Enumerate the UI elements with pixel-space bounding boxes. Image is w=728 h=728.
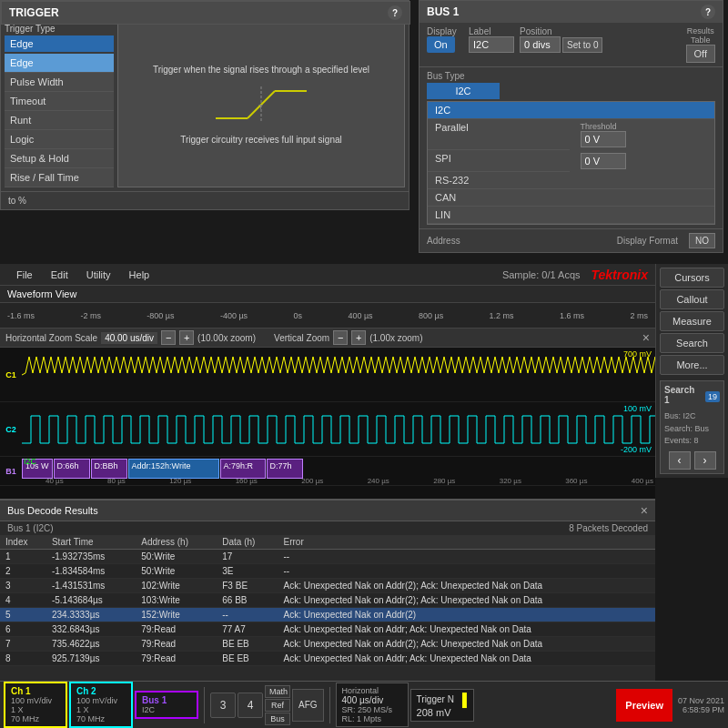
more-button[interactable]: More... <box>660 355 724 375</box>
bus-decode-panel: Bus Decode Results × Bus 1 (I2C) 8 Packe… <box>0 499 655 681</box>
zoom-plus-button[interactable]: + <box>179 330 194 345</box>
trigger-item-runt[interactable]: Runt <box>5 111 114 130</box>
col-address: Address (h) <box>136 535 217 550</box>
bus1-results-table-label: ResultsTable <box>686 26 715 45</box>
trigger-item-timeout[interactable]: Timeout <box>5 92 114 111</box>
col-index: Index <box>0 535 46 550</box>
afg-button[interactable]: AFG <box>292 689 324 722</box>
bus-type-can[interactable]: CAN <box>428 189 714 207</box>
btn4[interactable]: 4 <box>238 693 263 718</box>
trigger-diagram: Trigger when the signal rises through a … <box>117 22 405 187</box>
bus1-label-input[interactable] <box>469 36 514 53</box>
bus-info-row: Bus 1 (I2C) 8 Packets Decoded <box>0 521 655 535</box>
horizontal-box[interactable]: Horizontal 400 µs/div SR: 250 MS/s RL: 1… <box>336 682 409 727</box>
trigger-item-pulsewidth[interactable]: Pulse Width <box>5 73 114 92</box>
bus1-row-id: B1 <box>0 467 22 476</box>
tm-1: -1.6 ms <box>7 311 35 320</box>
table-row[interactable]: 5234.3333µs152:Write--Ack: Unexpected Na… <box>0 608 655 622</box>
trigger-item-edge[interactable]: Edge <box>5 54 114 73</box>
channel2-row: C2 100 mV -200 mV <box>0 402 655 457</box>
menu-utility[interactable]: Utility <box>77 268 120 282</box>
cell-error: Ack: Unexpected Nak on Addr(2); Ack: Une… <box>278 579 656 593</box>
address-label: Address <box>427 236 460 246</box>
bus-type-parallel[interactable]: Parallel <box>428 119 570 150</box>
col-error: Error <box>278 535 656 550</box>
trigger-dropdown[interactable]: Edge <box>5 35 114 52</box>
no-button[interactable]: NO <box>689 233 715 248</box>
ch1-volt-label: 700 mV <box>623 349 652 359</box>
bus1-help-icon[interactable]: ? <box>701 5 715 19</box>
table-row[interactable]: 1-1.932735ms50:Write17-- <box>0 550 655 564</box>
bus-type-lin[interactable]: LIN <box>428 207 714 224</box>
cell-index: 5 <box>0 608 46 622</box>
bus-decode-close-button[interactable]: × <box>641 503 648 518</box>
tektronix-logo: Tektronix <box>592 268 649 282</box>
cell-start_time: 234.3333µs <box>46 608 136 622</box>
bus-type-i2c[interactable]: I2C <box>428 102 714 119</box>
bus-type-rs232[interactable]: RS-232 <box>428 172 714 189</box>
ch1-status-box[interactable]: Ch 1 100 mV/div 1 X 70 MHz <box>4 682 67 728</box>
cell-address: 50:Write <box>136 550 217 564</box>
bus1-off-button[interactable]: Off <box>686 45 715 63</box>
trigger-status-box[interactable]: Trigger N ▐ 208 mV <box>410 689 474 722</box>
bus1-status-box[interactable]: Bus 1 I2C <box>135 691 198 719</box>
bus-type-spi[interactable]: SPI <box>428 150 570 172</box>
bus1-set-to-0-button[interactable]: Set to 0 <box>562 37 602 53</box>
ch2-waveform: 100 mV -200 mV <box>22 402 655 456</box>
math-button[interactable]: Math <box>265 685 290 698</box>
table-row[interactable]: 8925.7139µs79:ReadBE EBAck: Unexpected N… <box>0 652 655 666</box>
trigger-item-logic[interactable]: Logic <box>5 130 114 149</box>
cell-index: 2 <box>0 564 46 579</box>
measure-button[interactable]: Measure <box>660 311 724 331</box>
trigger-help-icon[interactable]: ? <box>388 5 402 20</box>
table-row[interactable]: 2-1.834584ms50:Write3E-- <box>0 564 655 579</box>
trigger-diagram-text1: Trigger when the signal rises through a … <box>153 65 369 75</box>
trigger-diagram-text2: Trigger circuitry receives full input si… <box>180 135 341 145</box>
table-row[interactable]: 7735.4622µs79:ReadBE EBAck: Unexpected N… <box>0 637 655 652</box>
cursors-button[interactable]: Cursors <box>660 268 724 288</box>
menu-help[interactable]: Help <box>120 268 159 282</box>
search-button[interactable]: Search <box>660 333 724 353</box>
table-row[interactable]: 4-5.143684µs103:Write66 BBAck: Unexpecte… <box>0 593 655 608</box>
separator2 <box>329 687 330 723</box>
search-next-button[interactable]: › <box>694 451 716 470</box>
bus-info-name: Bus 1 (I2C) <box>7 523 54 533</box>
bus1-on-button[interactable]: On <box>427 36 455 53</box>
cell-index: 1 <box>0 550 46 564</box>
vert-zoom-plus-button[interactable]: + <box>351 330 366 345</box>
bus-button[interactable]: Bus <box>265 713 290 725</box>
zoom-controls: Horizontal Zoom Scale 40.00 us/div − + (… <box>0 329 655 348</box>
table-row[interactable]: 6332.6843µs79:Read77 A7Ack: Unexpected N… <box>0 622 655 637</box>
ref-button[interactable]: Ref <box>265 699 290 712</box>
bus1-threshold-inline: Threshold <box>573 119 715 150</box>
bus1-threshold2-inline <box>573 150 715 172</box>
ch1-id: C1 <box>0 370 22 379</box>
cell-address: 103:Write <box>136 593 217 608</box>
search-prev-button[interactable]: ‹ <box>669 451 691 470</box>
ch2-detail2: 1 X <box>76 705 126 714</box>
bus1-label-col-label: Label <box>469 26 514 36</box>
ch2-status-box[interactable]: Ch 2 100 mV/div 1 X 70 MHz <box>69 682 133 728</box>
cell-address: 79:Read <box>136 622 217 637</box>
menu-file[interactable]: File <box>7 268 42 282</box>
datetime-display: 07 Nov 2021 6:58:59 PM <box>678 696 724 714</box>
tm-9: 1.6 ms <box>560 311 584 320</box>
preview-button[interactable]: Preview <box>616 689 672 722</box>
vert-zoom-minus-button[interactable]: − <box>333 330 348 345</box>
bus-type-dropdown[interactable]: I2C <box>427 83 500 99</box>
table-row[interactable]: 3-1.431531ms102:WriteF3 BEAck: Unexpecte… <box>0 579 655 593</box>
horiz-detail1: 400 µs/div <box>342 695 402 705</box>
threshold1-input[interactable] <box>581 131 626 147</box>
btn3[interactable]: 3 <box>210 693 236 718</box>
callout-button[interactable]: Callout <box>660 289 724 309</box>
waveform-title: Waveform View <box>7 288 76 299</box>
trigger-item-rise-fall[interactable]: Rise / Fall Time <box>5 168 114 187</box>
zoom-close-button[interactable]: × <box>642 330 650 345</box>
tm-10: 2 ms <box>630 311 648 320</box>
bottom-bar: Ch 1 100 mV/div 1 X 70 MHz Ch 2 100 mV/d… <box>0 681 728 728</box>
trigger-item-setup-hold[interactable]: Setup & Hold <box>5 149 114 168</box>
menu-edit[interactable]: Edit <box>42 268 77 282</box>
bus1-position-input[interactable] <box>520 36 561 53</box>
zoom-minus-button[interactable]: − <box>161 330 176 345</box>
threshold2-input[interactable] <box>581 153 626 169</box>
